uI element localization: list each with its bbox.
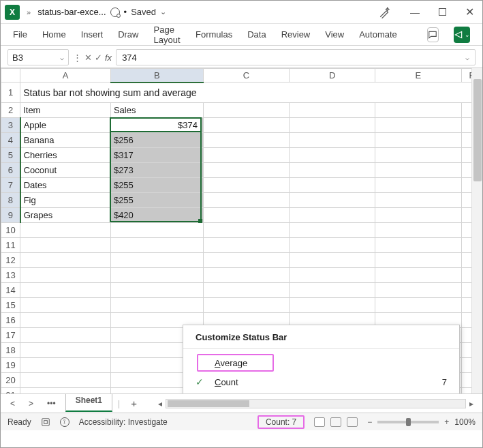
title-cell[interactable]: Status bar not showing sum and average [20,83,482,103]
row-header-8[interactable]: 8 [1,193,20,208]
cell-E3[interactable] [375,118,462,133]
cell-A3[interactable]: Apple [20,118,111,133]
cell-A20[interactable] [20,373,111,388]
tab-home[interactable]: Home [42,29,66,40]
cell-B14[interactable] [110,283,203,298]
row-header-11[interactable]: 11 [1,238,20,253]
row-header-17[interactable]: 17 [1,328,20,343]
zoom-value[interactable]: 100% [454,417,476,427]
cell-B13[interactable] [110,268,203,283]
cell-A4[interactable]: Banana [20,133,111,148]
file-name[interactable]: status-bar-exce... [37,7,106,17]
presence-icon[interactable] [110,8,120,17]
cell-A17[interactable] [20,328,111,343]
cell-A15[interactable] [20,298,111,313]
cell-C6[interactable] [203,163,290,178]
cell-E7[interactable] [375,178,462,193]
cell-A5[interactable]: Cherries [20,148,111,163]
cell-A13[interactable] [20,268,111,283]
cell-B4[interactable]: $256 [110,133,203,148]
dots-icon[interactable]: ⋮ [73,53,82,63]
name-box[interactable]: B3 ⌵ [7,49,69,65]
row-header-3[interactable]: 3 [1,118,20,133]
view-normal-icon[interactable] [314,417,325,427]
cell-A21[interactable] [20,388,111,394]
cell-D13[interactable] [290,268,375,283]
cell-B15[interactable] [110,298,203,313]
select-all-corner[interactable] [1,69,20,83]
cell-B10[interactable] [110,223,203,238]
confirm-icon[interactable]: ✓ [95,53,102,63]
cell-D10[interactable] [290,223,375,238]
scrollbar-thumb[interactable] [473,79,482,181]
cell-A10[interactable] [20,223,111,238]
horizontal-scrollbar[interactable]: ◂ ▸ [155,399,477,408]
cell-E15[interactable] [375,298,462,313]
cell-A8[interactable]: Fig [20,193,111,208]
minimize-button[interactable]: — [410,7,420,18]
row-header-15[interactable]: 15 [1,298,20,313]
cell-D8[interactable] [290,193,375,208]
cell-B2[interactable]: Sales [110,103,203,118]
cell-B8[interactable]: $255 [110,193,203,208]
cell-C5[interactable] [203,148,290,163]
column-header-E[interactable]: E [375,69,462,83]
cell-D2[interactable] [290,103,375,118]
cell-C4[interactable] [203,133,290,148]
cell-E6[interactable] [375,163,462,178]
cell-A6[interactable]: Coconut [20,163,111,178]
column-header-B[interactable]: B [110,69,203,83]
cell-C11[interactable] [203,238,290,253]
chevron-down-icon[interactable]: ⌵ [465,54,469,61]
share-button[interactable]: ⌄ [454,27,470,43]
cell-E2[interactable] [375,103,462,118]
cell-E5[interactable] [375,148,462,163]
cell-E13[interactable] [375,268,462,283]
scroll-left-icon[interactable]: ◂ [155,399,166,408]
column-header-A[interactable]: A [20,69,111,83]
sheet-nav-prev[interactable]: < [6,398,19,410]
cell-E4[interactable] [375,133,462,148]
cell-C13[interactable] [203,268,290,283]
cell-E9[interactable] [375,208,462,223]
zoom-knob[interactable] [406,418,411,426]
cell-D6[interactable] [290,163,375,178]
cell-B3[interactable]: $374 [110,118,203,133]
row-header-6[interactable]: 6 [1,163,20,178]
row-header-21[interactable]: 21 [1,388,20,394]
zoom-out-button[interactable]: − [367,417,372,427]
tab-automate[interactable]: Automate [359,29,397,40]
cell-D9[interactable] [290,208,375,223]
tab-formulas[interactable]: Formulas [196,29,232,40]
cell-C7[interactable] [203,178,290,193]
customize-status-bar-menu[interactable]: Customize Status Bar Average✓Count7Numer… [183,325,460,393]
cell-A11[interactable] [20,238,111,253]
close-button[interactable]: ✕ [465,5,474,18]
scrollbar-thumb[interactable] [168,400,249,407]
cell-A14[interactable] [20,283,111,298]
worksheet-grid[interactable]: ABCDEF1Status bar not showing sum and av… [1,68,482,393]
cell-A7[interactable]: Dates [20,178,111,193]
cell-D7[interactable] [290,178,375,193]
status-menu-item-count[interactable]: ✓Count7 [183,372,459,391]
cell-D14[interactable] [290,283,375,298]
saved-dropdown-icon[interactable]: ⌄ [160,8,166,16]
tab-insert[interactable]: Insert [81,29,104,40]
cell-A9[interactable]: Grapes [20,208,111,223]
cell-C15[interactable] [203,298,290,313]
tab-page-layout[interactable]: Page Layout [154,25,181,45]
cell-B9[interactable]: $420 [110,208,203,223]
cell-C8[interactable] [203,193,290,208]
cell-D11[interactable] [290,238,375,253]
cell-C14[interactable] [203,283,290,298]
sheet-tab-active[interactable]: Sheet1 [65,394,112,412]
tab-data[interactable]: Data [247,29,266,40]
fx-label[interactable]: fx [105,53,112,63]
cell-B5[interactable]: $317 [110,148,203,163]
sheet-add-button[interactable]: + [125,396,142,410]
cell-B7[interactable]: $255 [110,178,203,193]
view-page-break-icon[interactable] [347,417,358,427]
saved-status[interactable]: Saved [131,7,156,17]
view-page-layout-icon[interactable] [330,417,341,427]
qat-overflow-icon[interactable]: » [24,8,33,16]
